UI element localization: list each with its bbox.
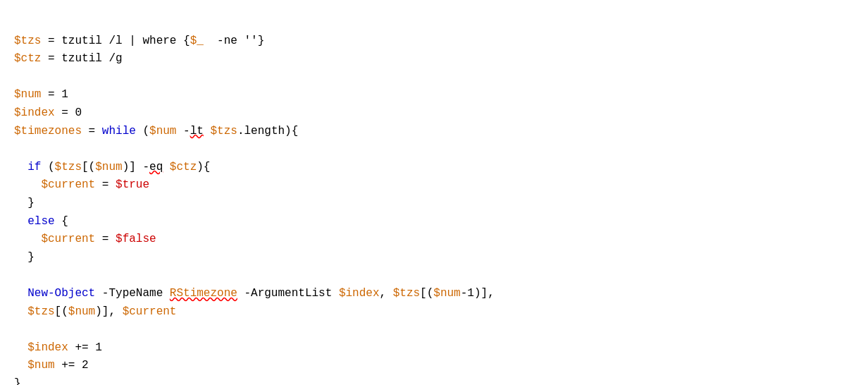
line-2: $ctz = tzutil /g — [14, 52, 123, 65]
line-13: } — [14, 251, 35, 264]
line-9: $current = $true — [14, 178, 149, 191]
line-19: $num += 2 — [14, 359, 89, 372]
line-11: else { — [14, 215, 68, 228]
line-15: New-Object -TypeName RStimezone -Argumen… — [14, 287, 495, 300]
line-5: $index = 0 — [14, 106, 82, 119]
line-16: $tzs[($num)], $current — [14, 305, 176, 318]
line-1: $tzs = tzutil /l | where {$_ -ne ''} — [14, 35, 264, 47]
line-8: if ($tzs[($num)] -eq $ctz){ — [14, 161, 210, 173]
code-editor: $tzs = tzutil /l | where {$_ -ne ''} $ct… — [14, 14, 854, 385]
line-10: } — [14, 197, 35, 209]
var-tzs: $tzs — [14, 35, 41, 47]
line-6: $timezones = while ($num -lt $tzs.length… — [14, 125, 298, 138]
line-18: $index += 1 — [14, 341, 102, 354]
line-4: $num = 1 — [14, 88, 68, 101]
line-12: $current = $false — [14, 233, 156, 245]
line-20: } — [14, 377, 21, 385]
